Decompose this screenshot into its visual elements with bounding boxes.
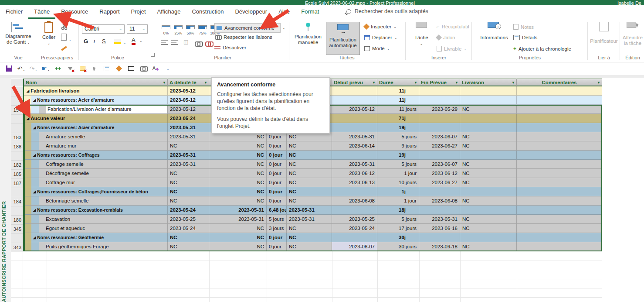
tab-d-veloppeur[interactable]: Développeur: [229, 5, 273, 17]
select-cursor-icon[interactable]: [90, 64, 99, 74]
cell-fin_prevue[interactable]: [419, 114, 460, 123]
cell-dur_col[interactable]: 0 jour: [267, 169, 287, 178]
tab-ressource[interactable]: Ressource: [55, 5, 94, 17]
cell-commentaires[interactable]: [517, 151, 602, 160]
cell-commentaires[interactable]: [517, 215, 602, 224]
tab-affichage[interactable]: Affichage: [152, 5, 186, 17]
expand-triangle-icon[interactable]: ◢: [33, 190, 36, 194]
cell-fin_prevue[interactable]: 2023-06-16: [419, 224, 460, 233]
chevron-down-icon[interactable]: ⌄: [139, 39, 142, 43]
cell-name[interactable]: ◢Noms ressources: Excavation-remblais: [24, 206, 168, 215]
cell-livraison[interactable]: [460, 187, 517, 196]
cell-livraison[interactable]: NC: [460, 242, 517, 251]
table-row-task[interactable]: Armature semelle2023-05-31NC0 jourNC2023…: [24, 132, 602, 141]
cell-a_debute[interactable]: NC: [168, 233, 209, 242]
cell-duree[interactable]: 10 jours: [377, 178, 419, 187]
cell-a_debute[interactable]: NC: [168, 169, 209, 178]
cell-commentaires[interactable]: [517, 233, 602, 242]
cell-livraison[interactable]: NC: [460, 196, 517, 206]
cell-duree[interactable]: 1j: [377, 187, 419, 196]
unlink-tasks-button[interactable]: [205, 40, 212, 48]
cell-a_debute[interactable]: NC: [168, 141, 209, 151]
cell-col5[interactable]: NC: [287, 242, 332, 251]
task-information-button[interactable]: i Informations: [478, 22, 511, 41]
task-inspector-icon[interactable]: [114, 64, 124, 74]
cell-debut_prevu[interactable]: 2023-05-31: [332, 132, 377, 141]
filter-arrow-icon[interactable]: ▼: [512, 79, 515, 86]
task-form-icon[interactable]: [102, 64, 112, 74]
cell-dur_col[interactable]: 0 jour: [267, 178, 287, 187]
cell-s_col[interactable]: 2023-05-31: [209, 215, 267, 224]
cell-debut_prevu[interactable]: 2023-06-13: [332, 178, 377, 187]
cell-duree[interactable]: 30 jours: [377, 242, 419, 251]
split-task-button[interactable]: ◫: [183, 39, 188, 45]
redo-icon[interactable]: ↷⌄: [29, 64, 38, 74]
cell-a_debute[interactable]: 2023-05-25: [168, 215, 209, 224]
cell-debut_prevu[interactable]: 2023-08-07: [332, 242, 377, 251]
cell-name[interactable]: ◢Noms ressources: Coffrages;Fournisseur …: [24, 187, 168, 196]
cell-livraison[interactable]: [460, 233, 517, 242]
cell-a_debute[interactable]: 2023-05-31: [168, 160, 209, 169]
progress-25-percent-button[interactable]: 25%: [173, 23, 183, 35]
column-header-name[interactable]: Nom▼: [24, 79, 168, 86]
cell-col5[interactable]: 2023-05-31: [287, 206, 332, 215]
cell-col5[interactable]: NC: [287, 187, 332, 196]
cell-name[interactable]: ◢Noms ressources: Acier d'armature: [24, 96, 168, 105]
cell-dur_col[interactable]: 0 jour: [267, 132, 287, 141]
cell-dur_col[interactable]: 0 jour: [267, 233, 287, 242]
cell-a_debute[interactable]: 2023-05-24: [168, 114, 209, 123]
column-header-debut_prevu[interactable]: Début prévu▼: [332, 79, 377, 86]
task-notes-button[interactable]: Notes: [513, 24, 534, 30]
task-mode-button[interactable]: Mode ⌄: [364, 46, 390, 51]
cut-button[interactable]: [61, 23, 68, 32]
cell-dur_col[interactable]: 5 jours: [267, 215, 287, 224]
cell-commentaires[interactable]: [517, 105, 602, 114]
cell-duree[interactable]: 9 jours: [377, 141, 419, 151]
progress-75-percent-button[interactable]: 75%: [197, 23, 208, 35]
filter-arrow-icon[interactable]: ▼: [455, 79, 458, 86]
cell-debut_prevu[interactable]: 2023-05-25: [332, 215, 377, 224]
cell-col5[interactable]: 2023-05-31: [287, 215, 332, 224]
cell-duree[interactable]: 11j: [377, 96, 419, 105]
cell-fin_prevue[interactable]: 2023-06-12: [419, 169, 460, 178]
cell-commentaires[interactable]: [517, 132, 602, 141]
cell-dur_col[interactable]: 0 jour: [267, 160, 287, 169]
cell-name[interactable]: Bétonnage semelle: [24, 196, 168, 206]
cell-commentaires[interactable]: [517, 224, 602, 233]
cell-dur_col[interactable]: 0 jour: [267, 141, 287, 151]
cell-fin_prevue[interactable]: 2023-09-18: [419, 242, 460, 251]
progress-50-percent-button[interactable]: 50%: [185, 23, 196, 35]
clear-formatting-icon[interactable]: A◆: [151, 64, 160, 74]
cell-s_col[interactable]: NC: [209, 224, 267, 233]
cell-name[interactable]: ◢Noms ressources: Acier d'armature: [24, 123, 168, 132]
task-details-button[interactable]: Détails: [513, 35, 537, 40]
respect-status-date-button[interactable]: Avancement conforme: [214, 23, 281, 33]
inspect-button[interactable]: Inspecter ⌄: [364, 24, 397, 29]
table-row-task[interactable]: Armature murNCNC0 jourNC2023-06-149 jour…: [24, 141, 602, 151]
tab-format[interactable]: Format: [295, 5, 325, 17]
gantt-chart-view-button[interactable]: Diagrammede Gantt ⌄: [4, 22, 32, 45]
insert-summary-button[interactable]: ⌐Récapitulatif: [437, 24, 469, 29]
bold-button[interactable]: G: [84, 38, 88, 45]
cell-livraison[interactable]: [460, 86, 517, 96]
cell-a_debute[interactable]: 2023-05-12: [168, 105, 209, 114]
table-icon[interactable]: [126, 64, 136, 74]
cell-duree[interactable]: 19j: [377, 123, 419, 132]
cell-name[interactable]: Coffrage semelle: [24, 160, 168, 169]
cell-commentaires[interactable]: [517, 141, 602, 151]
cell-commentaires[interactable]: [517, 169, 602, 178]
cell-commentaires[interactable]: [517, 196, 602, 206]
cell-a_debute[interactable]: 2023-05-31: [168, 132, 209, 141]
expand-triangle-icon[interactable]: ◢: [27, 117, 29, 120]
cell-a_debute[interactable]: 2023-05-24: [168, 224, 209, 233]
cell-s_col[interactable]: NC: [209, 187, 267, 196]
cell-duree[interactable]: 11 jours: [377, 105, 419, 114]
cell-fin_prevue[interactable]: 2023-06-27: [419, 178, 460, 187]
cell-duree[interactable]: 18j: [377, 206, 419, 215]
cell-commentaires[interactable]: [517, 187, 602, 196]
column-header-commentaires[interactable]: Commentaires▼: [517, 79, 602, 86]
cell-debut_prevu[interactable]: [332, 114, 377, 123]
save-icon[interactable]: [4, 64, 14, 74]
cell-s_col[interactable]: NC: [209, 242, 267, 251]
italic-button[interactable]: I: [93, 38, 95, 45]
